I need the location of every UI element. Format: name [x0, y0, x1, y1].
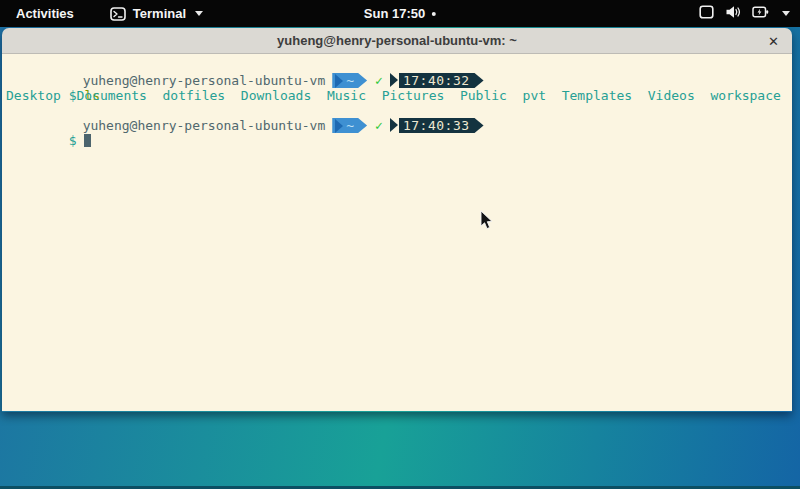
desktop: Activities Terminal Sun 17:50	[0, 0, 800, 489]
ls-output: Desktop Documents dotfiles Downloads Mus…	[6, 88, 792, 103]
success-check-icon: ✓	[375, 73, 383, 88]
powerline-arrow-icon	[390, 73, 398, 87]
prompt-line: yuheng@henry-personal-ubuntu-vm~✓17:40:3…	[6, 58, 792, 73]
success-check-icon: ✓	[375, 118, 383, 133]
display-icon	[699, 5, 714, 22]
mouse-pointer-icon	[480, 210, 494, 235]
terminal-icon	[110, 7, 126, 21]
prompt-dir: ~	[346, 73, 354, 88]
clock-label: Sun 17:50	[364, 6, 425, 21]
powerline-separator-icon	[335, 74, 343, 88]
system-status-menu[interactable]	[699, 0, 794, 27]
volume-icon	[725, 5, 741, 22]
close-icon[interactable]: ✕	[768, 34, 779, 47]
prompt-user: yuheng@henry-personal-ubuntu-vm	[83, 73, 326, 88]
battery-charging-icon	[752, 5, 769, 22]
activities-button[interactable]: Activities	[10, 6, 80, 21]
app-menu-label: Terminal	[133, 6, 186, 21]
terminal-cursor	[84, 134, 91, 147]
app-menu-terminal[interactable]: Terminal	[110, 6, 203, 21]
prompt-dir-segment: ~	[332, 73, 367, 88]
prompt-dir-segment: ~	[332, 118, 367, 133]
chevron-down-icon	[195, 11, 203, 16]
window-title: yuheng@henry-personal-ubuntu-vm: ~	[277, 33, 517, 48]
prompt-line: yuheng@henry-personal-ubuntu-vm~✓17:40:3…	[6, 103, 792, 118]
powerline-separator-icon	[335, 119, 343, 133]
prompt-user: yuheng@henry-personal-ubuntu-vm	[83, 118, 326, 133]
gnome-top-bar: Activities Terminal Sun 17:50	[0, 0, 800, 27]
prompt-dir: ~	[346, 118, 354, 133]
chevron-down-icon	[782, 11, 790, 16]
notification-dot-icon	[432, 12, 436, 16]
clock-button[interactable]: Sun 17:50	[364, 0, 436, 27]
prompt-timestamp: 17:40:32	[399, 73, 484, 88]
powerline-arrow-icon	[390, 118, 398, 132]
window-titlebar[interactable]: yuheng@henry-personal-ubuntu-vm: ~ ✕	[2, 28, 792, 54]
terminal-window: yuheng@henry-personal-ubuntu-vm: ~ ✕ yuh…	[2, 28, 792, 412]
prompt-symbol: $	[69, 133, 77, 148]
prompt-timestamp: 17:40:33	[399, 118, 484, 133]
terminal-content[interactable]: yuheng@henry-personal-ubuntu-vm~✓17:40:3…	[2, 54, 792, 411]
